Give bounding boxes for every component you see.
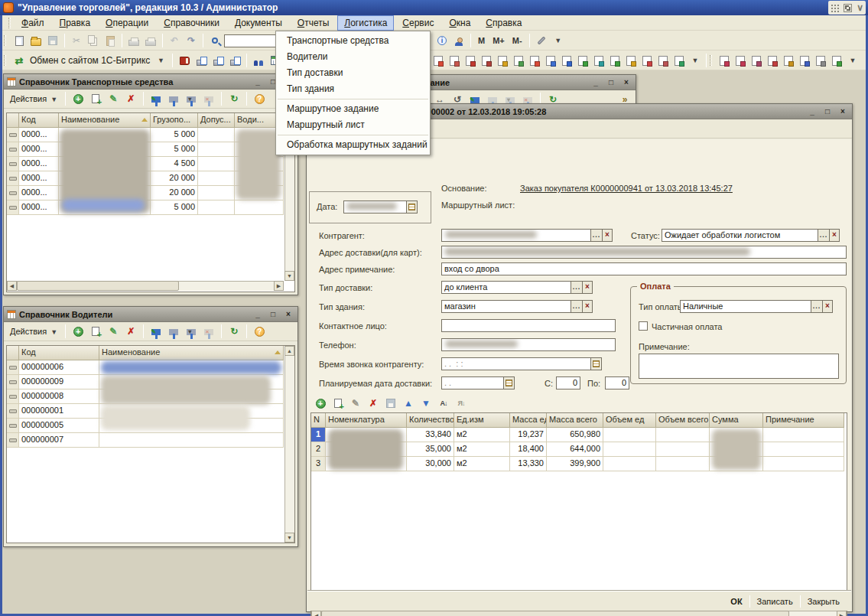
phone-field[interactable]: [441, 338, 616, 351]
table-cell[interactable]: 30,000: [407, 457, 454, 471]
report-icon-7[interactable]: [813, 53, 828, 68]
expand-icon[interactable]: [844, 4, 852, 12]
edit-icon-dim[interactable]: ✎: [348, 396, 363, 411]
move-down-icon[interactable]: ▼: [418, 396, 434, 411]
grid-dots-icon[interactable]: [831, 4, 839, 12]
building-type-field[interactable]: магазин: [441, 300, 571, 313]
payment-type-field[interactable]: Наличные: [680, 300, 811, 313]
table-cell[interactable]: 000000009: [19, 375, 99, 389]
action-icon-4[interactable]: [479, 53, 494, 68]
menu-правка[interactable]: Правка: [53, 15, 98, 31]
kontragent-select-button[interactable]: ...: [590, 229, 603, 242]
filter-menu-icon[interactable]: ▾: [184, 91, 199, 106]
status-clear-button[interactable]: ×: [829, 229, 840, 242]
row-selector[interactable]: [7, 419, 19, 433]
payment-type-clear-button[interactable]: ×: [822, 300, 833, 313]
column-header[interactable]: Допус...: [198, 113, 235, 128]
table-cell[interactable]: 18,400: [510, 442, 547, 457]
delete-icon[interactable]: ✗: [123, 324, 138, 339]
paste-icon[interactable]: [102, 33, 118, 48]
table-cell[interactable]: [763, 442, 844, 457]
menu-item-1[interactable]: Транспортные средства: [276, 33, 430, 49]
menu-сервис[interactable]: Сервис: [395, 15, 441, 31]
row-selector[interactable]: [7, 200, 19, 215]
table-cell[interactable]: м2: [454, 428, 510, 442]
table-cell[interactable]: 0000...: [19, 157, 59, 171]
minimize-button[interactable]: _: [252, 77, 264, 87]
menu-item-4[interactable]: Тип здания: [276, 81, 430, 97]
report-icon-2[interactable]: [733, 53, 748, 68]
window-titlebar[interactable]: Справочник Водители _ □ ×: [4, 307, 297, 322]
scroll-left-button[interactable]: ◀: [311, 611, 321, 616]
menu-справка[interactable]: Справка: [479, 15, 528, 31]
table-cell[interactable]: 5 000: [151, 128, 198, 142]
memory-subtract-button[interactable]: M-: [509, 36, 525, 45]
table-cell[interactable]: [198, 186, 235, 200]
new-document-icon[interactable]: [11, 33, 27, 48]
calendar-button[interactable]: [406, 200, 418, 213]
table-cell[interactable]: [198, 128, 235, 142]
row-selector[interactable]: [7, 142, 19, 157]
contacts-icon[interactable]: [251, 53, 266, 68]
menu-документы[interactable]: Документы: [228, 15, 289, 31]
date-field[interactable]: [343, 200, 407, 213]
scroll-right-button[interactable]: ▶: [274, 281, 284, 291]
table-cell[interactable]: [198, 157, 235, 171]
action-icon-6[interactable]: [511, 53, 526, 68]
scroll-thumb[interactable]: [321, 611, 789, 616]
column-header[interactable]: Наименование: [99, 346, 284, 360]
plan-date-field[interactable]: . .: [441, 376, 504, 389]
table-cell[interactable]: 13,330: [510, 457, 547, 471]
sort-desc-icon[interactable]: Я↓: [454, 396, 469, 411]
memory-add-button[interactable]: M+: [489, 36, 508, 45]
building-type-select-button[interactable]: ...: [571, 300, 583, 313]
filter-clear-icon[interactable]: ×: [201, 324, 216, 339]
refresh-icon[interactable]: ↻: [226, 324, 242, 339]
row-selector[interactable]: [7, 375, 19, 389]
menu-справочники[interactable]: Справочники: [157, 15, 226, 31]
calendar-button[interactable]: [590, 357, 602, 370]
table-cell[interactable]: 000000005: [19, 419, 99, 433]
row-selector[interactable]: [7, 389, 19, 404]
contact-field[interactable]: [441, 319, 616, 332]
table-cell[interactable]: 4 500: [151, 157, 198, 171]
scroll-left-button[interactable]: ◀: [7, 281, 17, 291]
row-selector[interactable]: [7, 186, 19, 200]
filter-set-icon[interactable]: ✎: [148, 324, 164, 339]
actions-menu-button[interactable]: Действия ▼: [7, 93, 60, 105]
close-form-button[interactable]: Закрыть: [801, 595, 847, 608]
actions-menu-button[interactable]: Действия ▼: [7, 325, 60, 337]
move-up-icon[interactable]: ▲: [401, 396, 416, 411]
table-cell[interactable]: [656, 442, 710, 457]
ok-button[interactable]: ОК: [723, 595, 749, 608]
column-header[interactable]: [7, 346, 19, 360]
table-cell[interactable]: 19,237: [510, 428, 547, 442]
column-header[interactable]: Сумма: [710, 413, 763, 428]
table-cell[interactable]: 650,980: [547, 428, 603, 442]
payment-type-select-button[interactable]: ...: [811, 300, 823, 313]
print-document-icon[interactable]: [193, 53, 209, 68]
copy-add-icon[interactable]: [88, 91, 103, 106]
maximize-button[interactable]: □: [605, 77, 617, 88]
table-cell[interactable]: [603, 428, 656, 442]
menu-операции[interactable]: Операции: [99, 15, 155, 31]
user-icon[interactable]: [451, 33, 467, 48]
print-icon[interactable]: [126, 33, 141, 48]
save-icon[interactable]: [45, 33, 60, 48]
report-icon-5[interactable]: [781, 53, 796, 68]
osnovanie-link[interactable]: Заказ покупателя К0000000941 от 13.03.20…: [520, 184, 733, 193]
row-selector[interactable]: [7, 433, 19, 448]
table-cell[interactable]: [656, 457, 710, 471]
site-exchange-label[interactable]: Обмен с сайтом 1С-Битрикс: [28, 55, 151, 66]
copy-icon[interactable]: [86, 33, 101, 48]
table-cell[interactable]: 0000...: [19, 142, 59, 157]
table-cell[interactable]: 000000001: [19, 404, 99, 419]
scroll-down-button[interactable]: ▼: [284, 271, 294, 281]
delete-icon[interactable]: ✗: [366, 396, 381, 411]
report-icon-6[interactable]: [797, 53, 812, 68]
table-cell[interactable]: 399,900: [547, 457, 603, 471]
payment-note-field[interactable]: [639, 354, 839, 379]
table-cell[interactable]: [198, 171, 235, 186]
table-cell[interactable]: [763, 457, 844, 471]
table-cell[interactable]: 000000007: [19, 433, 99, 448]
